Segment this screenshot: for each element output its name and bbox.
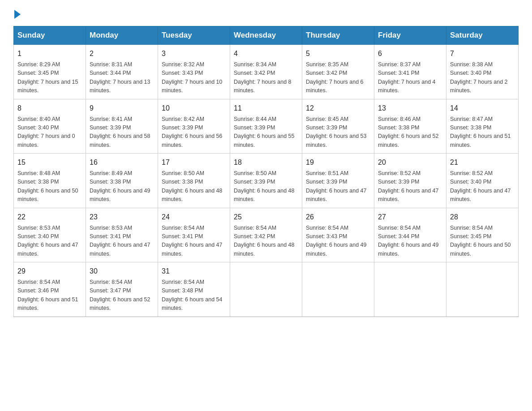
day-info: Sunrise: 8:54 AMSunset: 3:44 PMDaylight:… [378, 224, 442, 259]
weekday-header-row: SundayMondayTuesdayWednesdayThursdayFrid… [14, 26, 519, 45]
day-info: Sunrise: 8:50 AMSunset: 3:38 PMDaylight:… [162, 169, 226, 204]
calendar-cell: 5 Sunrise: 8:35 AMSunset: 3:42 PMDayligh… [302, 45, 374, 99]
day-number: 5 [306, 48, 370, 59]
day-number: 31 [162, 266, 226, 277]
day-number: 9 [90, 103, 154, 114]
calendar-cell: 27 Sunrise: 8:54 AMSunset: 3:44 PMDaylig… [374, 208, 446, 262]
day-info: Sunrise: 8:49 AMSunset: 3:38 PMDaylight:… [90, 169, 154, 204]
weekday-header-wednesday: Wednesday [230, 26, 302, 45]
day-number: 12 [306, 103, 370, 114]
calendar-cell: 15 Sunrise: 8:48 AMSunset: 3:38 PMDaylig… [14, 154, 86, 208]
calendar-cell: 9 Sunrise: 8:41 AMSunset: 3:39 PMDayligh… [86, 99, 158, 154]
day-info: Sunrise: 8:41 AMSunset: 3:39 PMDaylight:… [90, 115, 154, 150]
day-number: 18 [234, 157, 298, 168]
calendar-table: SundayMondayTuesdayWednesdayThursdayFrid… [13, 26, 519, 317]
day-number: 15 [17, 157, 82, 168]
day-number: 4 [234, 48, 298, 59]
day-info: Sunrise: 8:38 AMSunset: 3:40 PMDaylight:… [450, 60, 515, 95]
day-number: 2 [90, 48, 154, 59]
calendar-week-row: 8 Sunrise: 8:40 AMSunset: 3:40 PMDayligh… [14, 99, 519, 154]
day-info: Sunrise: 8:54 AMSunset: 3:42 PMDaylight:… [234, 224, 298, 259]
calendar-cell: 13 Sunrise: 8:46 AMSunset: 3:38 PMDaylig… [374, 99, 446, 154]
day-info: Sunrise: 8:54 AMSunset: 3:46 PMDaylight:… [17, 278, 82, 313]
day-info: Sunrise: 8:46 AMSunset: 3:38 PMDaylight:… [378, 115, 442, 150]
day-number: 7 [450, 48, 515, 59]
day-number: 14 [450, 103, 515, 114]
day-info: Sunrise: 8:54 AMSunset: 3:43 PMDaylight:… [306, 224, 370, 259]
day-number: 20 [378, 157, 442, 168]
day-info: Sunrise: 8:47 AMSunset: 3:38 PMDaylight:… [450, 115, 515, 150]
calendar-cell: 17 Sunrise: 8:50 AMSunset: 3:38 PMDaylig… [158, 154, 230, 208]
calendar-cell [374, 262, 446, 317]
day-info: Sunrise: 8:35 AMSunset: 3:42 PMDaylight:… [306, 60, 370, 95]
day-number: 13 [378, 103, 442, 114]
calendar-cell: 7 Sunrise: 8:38 AMSunset: 3:40 PMDayligh… [446, 45, 519, 99]
logo-arrow-icon [14, 10, 21, 19]
day-info: Sunrise: 8:53 AMSunset: 3:41 PMDaylight:… [90, 224, 154, 259]
day-info: Sunrise: 8:34 AMSunset: 3:42 PMDaylight:… [234, 60, 298, 95]
day-info: Sunrise: 8:54 AMSunset: 3:47 PMDaylight:… [90, 278, 154, 313]
day-info: Sunrise: 8:53 AMSunset: 3:40 PMDaylight:… [17, 224, 82, 259]
calendar-cell: 24 Sunrise: 8:54 AMSunset: 3:41 PMDaylig… [158, 208, 230, 262]
calendar-cell: 18 Sunrise: 8:50 AMSunset: 3:39 PMDaylig… [230, 154, 302, 208]
calendar-cell: 23 Sunrise: 8:53 AMSunset: 3:41 PMDaylig… [86, 208, 158, 262]
day-number: 16 [90, 157, 154, 168]
day-info: Sunrise: 8:52 AMSunset: 3:39 PMDaylight:… [378, 169, 442, 204]
day-number: 24 [162, 212, 226, 223]
calendar-week-row: 15 Sunrise: 8:48 AMSunset: 3:38 PMDaylig… [14, 154, 519, 208]
day-info: Sunrise: 8:32 AMSunset: 3:43 PMDaylight:… [162, 60, 226, 95]
day-number: 22 [17, 212, 82, 223]
calendar-cell: 26 Sunrise: 8:54 AMSunset: 3:43 PMDaylig… [302, 208, 374, 262]
day-number: 27 [378, 212, 442, 223]
calendar-cell: 20 Sunrise: 8:52 AMSunset: 3:39 PMDaylig… [374, 154, 446, 208]
weekday-header-saturday: Saturday [446, 26, 519, 45]
calendar-week-row: 1 Sunrise: 8:29 AMSunset: 3:45 PMDayligh… [14, 45, 519, 99]
weekday-header-thursday: Thursday [302, 26, 374, 45]
day-info: Sunrise: 8:37 AMSunset: 3:41 PMDaylight:… [378, 60, 442, 95]
calendar-cell: 21 Sunrise: 8:52 AMSunset: 3:40 PMDaylig… [446, 154, 519, 208]
day-info: Sunrise: 8:51 AMSunset: 3:39 PMDaylight:… [306, 169, 370, 204]
day-number: 21 [450, 157, 515, 168]
calendar-cell: 6 Sunrise: 8:37 AMSunset: 3:41 PMDayligh… [374, 45, 446, 99]
calendar-cell: 19 Sunrise: 8:51 AMSunset: 3:39 PMDaylig… [302, 154, 374, 208]
weekday-header-tuesday: Tuesday [158, 26, 230, 45]
day-info: Sunrise: 8:31 AMSunset: 3:44 PMDaylight:… [90, 60, 154, 95]
day-number: 23 [90, 212, 154, 223]
day-number: 29 [17, 266, 82, 277]
calendar-cell: 1 Sunrise: 8:29 AMSunset: 3:45 PMDayligh… [14, 45, 86, 99]
weekday-header-friday: Friday [374, 26, 446, 45]
day-number: 30 [90, 266, 154, 277]
day-number: 1 [17, 48, 82, 59]
calendar-week-row: 22 Sunrise: 8:53 AMSunset: 3:40 PMDaylig… [14, 208, 519, 262]
weekday-header-sunday: Sunday [14, 26, 86, 45]
day-number: 3 [162, 48, 226, 59]
calendar-cell: 10 Sunrise: 8:42 AMSunset: 3:39 PMDaylig… [158, 99, 230, 154]
calendar-cell: 28 Sunrise: 8:54 AMSunset: 3:45 PMDaylig… [446, 208, 519, 262]
calendar-cell: 14 Sunrise: 8:47 AMSunset: 3:38 PMDaylig… [446, 99, 519, 154]
logo [13, 9, 21, 17]
day-number: 28 [450, 212, 515, 223]
day-info: Sunrise: 8:45 AMSunset: 3:39 PMDaylight:… [306, 115, 370, 150]
page-header [13, 9, 519, 17]
day-number: 8 [17, 103, 82, 114]
calendar-cell: 4 Sunrise: 8:34 AMSunset: 3:42 PMDayligh… [230, 45, 302, 99]
day-info: Sunrise: 8:50 AMSunset: 3:39 PMDaylight:… [234, 169, 298, 204]
day-number: 11 [234, 103, 298, 114]
calendar-cell [446, 262, 519, 317]
day-info: Sunrise: 8:29 AMSunset: 3:45 PMDaylight:… [17, 60, 82, 95]
day-number: 19 [306, 157, 370, 168]
calendar-cell [302, 262, 374, 317]
calendar-week-row: 29 Sunrise: 8:54 AMSunset: 3:46 PMDaylig… [14, 262, 519, 317]
calendar-cell [230, 262, 302, 317]
day-info: Sunrise: 8:48 AMSunset: 3:38 PMDaylight:… [17, 169, 82, 204]
calendar-cell: 30 Sunrise: 8:54 AMSunset: 3:47 PMDaylig… [86, 262, 158, 317]
day-info: Sunrise: 8:42 AMSunset: 3:39 PMDaylight:… [162, 115, 226, 150]
day-info: Sunrise: 8:54 AMSunset: 3:45 PMDaylight:… [450, 224, 515, 259]
calendar-cell: 8 Sunrise: 8:40 AMSunset: 3:40 PMDayligh… [14, 99, 86, 154]
calendar-cell: 25 Sunrise: 8:54 AMSunset: 3:42 PMDaylig… [230, 208, 302, 262]
day-number: 25 [234, 212, 298, 223]
day-number: 6 [378, 48, 442, 59]
calendar-cell: 2 Sunrise: 8:31 AMSunset: 3:44 PMDayligh… [86, 45, 158, 99]
day-number: 10 [162, 103, 226, 114]
calendar-cell: 16 Sunrise: 8:49 AMSunset: 3:38 PMDaylig… [86, 154, 158, 208]
